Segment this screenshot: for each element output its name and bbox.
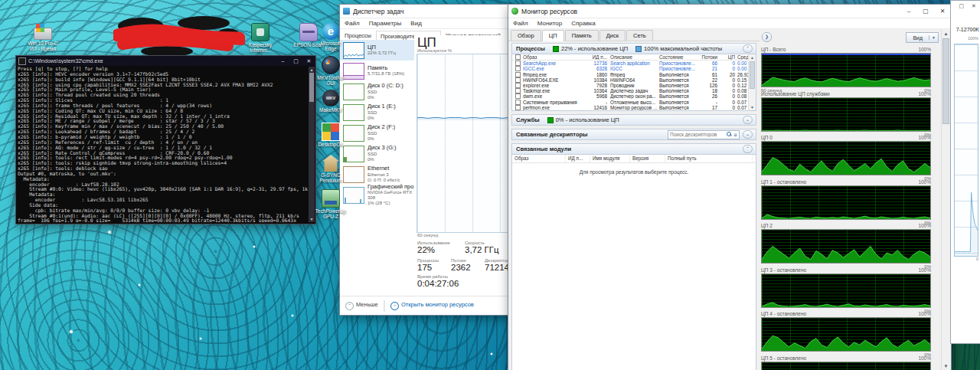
- scroll-thumb[interactable]: [750, 61, 755, 89]
- search-go-icon[interactable]: ⇊: [733, 132, 737, 137]
- row-checkbox[interactable]: [515, 72, 521, 77]
- column-header[interactable]: Описание: [610, 54, 659, 60]
- process-row[interactable]: ffmpeg.exe1860ffmpegВыполняется612026.93: [512, 72, 756, 77]
- column-header[interactable]: Полный путь: [665, 155, 753, 162]
- row-checkbox[interactable]: [515, 93, 521, 99]
- sidebar-item-name: Графический про: [368, 184, 414, 191]
- process-row[interactable]: dwm.exe5968Диспетчер окон ра...Выполняет…: [512, 93, 756, 99]
- expand-chevron-icon[interactable]: ⌄: [743, 116, 753, 124]
- scroll-down-icon[interactable]: ▼: [749, 104, 756, 110]
- tab-ЦП[interactable]: ЦП: [542, 30, 564, 41]
- desktop-icon-mkvt[interactable]: MKVToolNix GUI: [311, 56, 351, 86]
- row-checkbox[interactable]: [515, 77, 521, 83]
- column-header[interactable]: ИД п...: [566, 155, 590, 162]
- desktop-icon-gpuz[interactable]: TechPowerUp GPU-Z: [311, 189, 351, 219]
- search-icon[interactable]: [727, 132, 732, 137]
- column-header[interactable]: Образ: [523, 54, 583, 60]
- services-panel-header[interactable]: Службы 0% - использование ЦП ⌄: [511, 114, 756, 126]
- row-checkbox[interactable]: [515, 110, 521, 111]
- background-monitor-window[interactable]: ▢ ✕ 7-12700K 100% 0: [950, 0, 980, 344]
- column-header[interactable]: ЦП: [720, 54, 737, 60]
- desktop-icon-kasp[interactable]: Kaspersky Internet...: [240, 23, 280, 53]
- row-checkbox[interactable]: [515, 105, 521, 110]
- tab-Диск[interactable]: Диск: [599, 30, 626, 41]
- column-header[interactable]: Имя модуля: [590, 155, 630, 162]
- process-row[interactable]: perfmon.exe12416Монитор ресурсов ...Выпо…: [512, 105, 756, 110]
- view-dropdown-button[interactable]: Вид▼: [906, 32, 939, 43]
- column-header[interactable]: Образ: [512, 155, 566, 162]
- tab-Сеть[interactable]: Сеть: [626, 30, 653, 41]
- sidebar-item-Диск 2 (F:)[interactable]: Диск 2 (F:)SSD 0%: [340, 123, 414, 143]
- scroll-down-icon[interactable]: ▼: [942, 362, 950, 370]
- process-row[interactable]: Taskmgr.exe10364Диспетчер задачВыполняет…: [512, 88, 756, 93]
- processes-panel-header[interactable]: Процессы 22% - использование ЦП 100% мак…: [511, 43, 756, 54]
- handles-panel-header[interactable]: Связанные дескрипторы ⇊ ⌄: [511, 129, 756, 140]
- collapse-chevron-icon[interactable]: ⌃: [743, 145, 753, 153]
- menu-item[interactable]: Параметры: [364, 20, 407, 27]
- select-all-checkbox[interactable]: [515, 54, 521, 60]
- handles-search-input[interactable]: [670, 132, 725, 138]
- column-header[interactable]: ИД п...: [583, 54, 610, 60]
- graph-label: ЦП 2100%: [761, 222, 931, 229]
- modules-panel-title: Связанные модули: [516, 146, 571, 152]
- modules-panel-header[interactable]: Связанные модули ⌃: [511, 143, 756, 155]
- scroll-thumb[interactable]: [942, 38, 949, 124]
- desktop-icon-edge[interactable]: eMicrosoft Edge: [311, 23, 351, 51]
- cell: 66: [697, 61, 720, 66]
- sidebar-item-Ethernet[interactable]: EthernetEthernet 3 О: 0 П: 0 кбит/с: [340, 164, 414, 185]
- process-row[interactable]: svchost.exe1052Хост-процессВыполняется10…: [512, 110, 756, 111]
- scroll-up-icon[interactable]: ▲: [749, 54, 756, 61]
- tab-Память[interactable]: Память: [565, 30, 599, 41]
- cmd-maximize-button[interactable]: ▢: [289, 56, 302, 66]
- open-resource-monitor-link[interactable]: ◔Открыть монитор ресурсов: [390, 301, 474, 310]
- menu-item[interactable]: Монитор: [533, 20, 567, 27]
- expand-chevron-icon[interactable]: ⌄: [743, 130, 753, 139]
- row-checkbox[interactable]: [515, 83, 521, 88]
- sidebar-item-Память[interactable]: Память5,7/31,8 ГБ (18%): [340, 61, 414, 81]
- desktop-icon-gsync[interactable]: G-SYNC Pendulum: [311, 155, 351, 183]
- resmon-titlebar[interactable]: Монитор ресурсов – ▢ ✕: [508, 5, 951, 18]
- fewer-details-button[interactable]: ⌃Меньше: [345, 301, 378, 310]
- resmon-close-button[interactable]: ✕: [934, 5, 951, 18]
- background-window-buttons[interactable]: ▢ ✕: [959, 3, 979, 9]
- pane-collapse-icon[interactable]: ❯: [762, 32, 772, 42]
- process-row[interactable]: Системные прерывания-Отложенные высо...В…: [512, 100, 756, 105]
- tab-Обзор[interactable]: Обзор: [511, 30, 541, 41]
- resmon-maximize-button[interactable]: ▢: [917, 5, 934, 18]
- row-checkbox[interactable]: [515, 88, 521, 93]
- sidebar-item-Диск 3 (G:)[interactable]: Диск 3 (G:)SSD 0%: [340, 143, 414, 164]
- row-checkbox[interactable]: [515, 66, 521, 71]
- process-row[interactable]: IGCC.exe6328IGCCПриостановле...2100.00: [512, 66, 756, 71]
- sidebar-item-Диск 0 (C: D:)[interactable]: Диск 0 (C: D:)SSD 0%: [340, 81, 414, 102]
- desktop-icon-drive[interactable]: Win 10 Pro-C ИЗ - Время: [23, 23, 63, 51]
- sidebar-item-Диск 1 (E:)[interactable]: Диск 1 (E:)SSD 0%: [340, 102, 414, 123]
- taskman-titlebar[interactable]: Диспетчер задач: [340, 5, 533, 18]
- column-header[interactable]: Состояние: [659, 54, 697, 60]
- resmon-pane-scrollbar[interactable]: ▲ ▼: [941, 30, 950, 370]
- sidebar-item-Графический про[interactable]: Графический проNVIDIA GeForce RTX 308 1%…: [340, 185, 414, 205]
- dok-icon: [322, 123, 340, 141]
- cpu-usage-legend-icon: [553, 46, 559, 52]
- resmon-minimize-button[interactable]: –: [900, 5, 917, 18]
- menu-item[interactable]: Вид: [406, 20, 426, 27]
- cmd-titlebar[interactable]: C:\Windows\system32\cmd.exe – ▢ ✕: [16, 56, 315, 66]
- desktop-icon-mkv[interactable]: MKVMakeMKV: [311, 90, 351, 113]
- cpu-graph-0: ЦП - Всего100%60 секунд0%: [761, 46, 931, 93]
- row-checkbox[interactable]: [515, 100, 521, 105]
- process-row[interactable]: HWiNFO64.EXE10384HWiNFO64Выполняется2200…: [512, 77, 756, 83]
- column-header[interactable]: Потоки: [697, 54, 720, 60]
- star: [291, 314, 294, 317]
- row-checkbox[interactable]: [515, 61, 521, 66]
- process-row[interactable]: SearchApp.exe12736Search applicationПрио…: [512, 61, 756, 66]
- processes-scrollbar[interactable]: ▲ ▼: [748, 54, 756, 110]
- scroll-up-icon[interactable]: ▲: [942, 30, 950, 38]
- menu-item[interactable]: Файл: [508, 20, 533, 27]
- desktop-icon-dok[interactable]: DesktopOK: [311, 123, 351, 147]
- handles-search-box[interactable]: ⇊: [668, 130, 740, 139]
- cmd-minimize-button[interactable]: –: [276, 56, 289, 66]
- menu-item[interactable]: Справка: [567, 20, 599, 27]
- sidebar-item-ЦП[interactable]: ЦП22% 3,72 ГГц: [340, 40, 414, 61]
- collapse-chevron-icon[interactable]: ⌃: [743, 44, 753, 53]
- column-header[interactable]: Версия: [630, 155, 665, 162]
- process-row[interactable]: explorer.exe7928ПроводникВыполняется1260…: [512, 83, 756, 88]
